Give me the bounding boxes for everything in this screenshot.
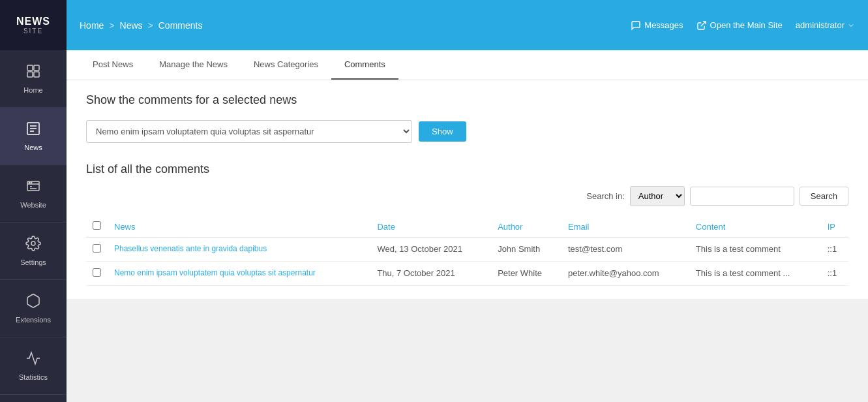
sidebar-logo: NEWS SITE <box>0 0 67 50</box>
row-content: This is a test comment ... <box>689 262 821 286</box>
tab-post-news[interactable]: Post News <box>80 50 146 80</box>
row-author: Peter White <box>491 262 561 286</box>
messages-link[interactable]: Messages <box>631 20 683 31</box>
comments-table: News Date Author Email Content IP Phasel… <box>86 216 848 286</box>
svg-point-14 <box>31 241 35 245</box>
breadcrumb-sep-1: > <box>109 20 114 31</box>
select-all-checkbox[interactable] <box>93 221 101 230</box>
home-icon <box>25 63 41 82</box>
tab-post-news-label: Post News <box>93 59 133 69</box>
external-link-icon <box>696 20 707 31</box>
search-in-label: Search in: <box>586 191 625 201</box>
row-news[interactable]: Phasellus venenatis ante in gravida dapi… <box>108 238 370 262</box>
news-dropdown[interactable]: Nemo enim ipsam voluptatem quia voluptas… <box>86 120 412 143</box>
row-date: Wed, 13 October 2021 <box>370 238 491 262</box>
table-header-row: News Date Author Email Content IP <box>86 216 848 238</box>
tab-comments[interactable]: Comments <box>331 50 398 80</box>
tab-news-categories[interactable]: News Categories <box>241 50 331 80</box>
tab-manage-news[interactable]: Manage the News <box>146 50 241 80</box>
table-row: Nemo enim ipsam voluptatem quia voluptas… <box>86 262 848 286</box>
row-checkbox[interactable] <box>86 262 108 286</box>
content-area: Post News Manage the News News Categorie… <box>67 50 868 402</box>
th-ip[interactable]: IP <box>821 216 848 238</box>
messages-icon <box>631 20 641 31</box>
search-bar: Search in: Author Email Content IP Searc… <box>86 186 848 206</box>
sidebar-item-statistics-label: Statistics <box>19 373 48 381</box>
tab-news-categories-label: News Categories <box>254 59 318 69</box>
topnav-right: Messages Open the Main Site administrato… <box>631 20 855 31</box>
th-checkbox <box>86 216 108 238</box>
breadcrumb-home[interactable]: Home <box>80 20 104 31</box>
table-row: Phasellus venenatis ante in gravida dapi… <box>86 238 848 262</box>
sidebar-item-website[interactable]: Website <box>0 165 67 223</box>
row-news[interactable]: Nemo enim ipsam voluptatem quia voluptas… <box>108 262 370 286</box>
sidebar-item-statistics[interactable]: Statistics <box>0 337 67 395</box>
sidebar-item-settings[interactable]: Settings <box>0 223 67 280</box>
statistics-icon <box>25 350 41 369</box>
row-ip: ::1 <box>821 262 848 286</box>
row-author: John Smith <box>491 238 561 262</box>
breadcrumb-news[interactable]: News <box>120 20 143 31</box>
extensions-icon <box>25 293 41 312</box>
sidebar-item-extensions[interactable]: Extensions <box>0 280 67 337</box>
admin-dropdown[interactable]: administrator <box>796 20 855 30</box>
news-select-row: Nemo enim ipsam voluptatem quia voluptas… <box>86 120 848 143</box>
inner-content: Show the comments for a selected news Ne… <box>67 80 868 299</box>
main-area: Home > News > Comments Messages Open the… <box>67 0 868 402</box>
svg-rect-2 <box>27 72 33 77</box>
logo-sub: SITE <box>23 27 43 35</box>
row-email: peter.white@yahoo.com <box>561 262 689 286</box>
search-button[interactable]: Search <box>800 187 848 206</box>
svg-rect-0 <box>27 65 33 70</box>
svg-point-10 <box>29 182 30 183</box>
search-input[interactable] <box>690 187 794 206</box>
admin-label: administrator <box>796 20 845 30</box>
th-date[interactable]: Date <box>370 216 491 238</box>
row-ip: ::1 <box>821 238 848 262</box>
sidebar-item-home[interactable]: Home <box>0 50 67 108</box>
logo-text: NEWS <box>16 16 50 27</box>
th-author[interactable]: Author <box>491 216 561 238</box>
th-email[interactable]: Email <box>561 216 689 238</box>
th-content[interactable]: Content <box>689 216 821 238</box>
settings-icon <box>25 236 41 255</box>
news-icon <box>25 121 41 140</box>
sidebar-item-extensions-label: Extensions <box>16 316 51 324</box>
show-button[interactable]: Show <box>419 121 466 142</box>
tab-comments-label: Comments <box>344 59 385 69</box>
svg-line-15 <box>700 22 705 26</box>
sidebar-item-news-label: News <box>24 144 42 151</box>
chevron-down-icon <box>847 22 855 29</box>
sidebar: NEWS SITE Home News <box>0 0 67 402</box>
sidebar-item-home-label: Home <box>23 86 42 94</box>
breadcrumb: Home > News > Comments <box>80 20 202 31</box>
sidebar-item-settings-label: Settings <box>20 258 46 266</box>
row-checkbox[interactable] <box>86 238 108 262</box>
breadcrumb-current: Comments <box>158 20 203 31</box>
open-main-site-label: Open the Main Site <box>710 20 783 30</box>
sidebar-item-news[interactable]: News <box>0 108 67 165</box>
topnav: Home > News > Comments Messages Open the… <box>67 0 868 50</box>
svg-rect-3 <box>34 72 39 77</box>
open-main-site-link[interactable]: Open the Main Site <box>696 20 783 31</box>
row-content: This is a test comment <box>689 238 821 262</box>
search-in-dropdown[interactable]: Author Email Content IP <box>630 186 685 206</box>
website-icon <box>25 178 41 197</box>
breadcrumb-sep-2: > <box>148 20 153 31</box>
tab-manage-news-label: Manage the News <box>159 59 228 69</box>
sidebar-item-website-label: Website <box>20 201 46 209</box>
row-date: Thu, 7 October 2021 <box>370 262 491 286</box>
svg-rect-1 <box>34 65 39 70</box>
list-title: List of all the comments <box>86 162 848 176</box>
svg-point-11 <box>31 182 32 183</box>
th-news[interactable]: News <box>108 216 370 238</box>
section-title: Show the comments for a selected news <box>86 93 848 107</box>
row-email: test@test.com <box>561 238 689 262</box>
tabs-bar: Post News Manage the News News Categorie… <box>67 50 868 80</box>
messages-label: Messages <box>644 20 683 30</box>
